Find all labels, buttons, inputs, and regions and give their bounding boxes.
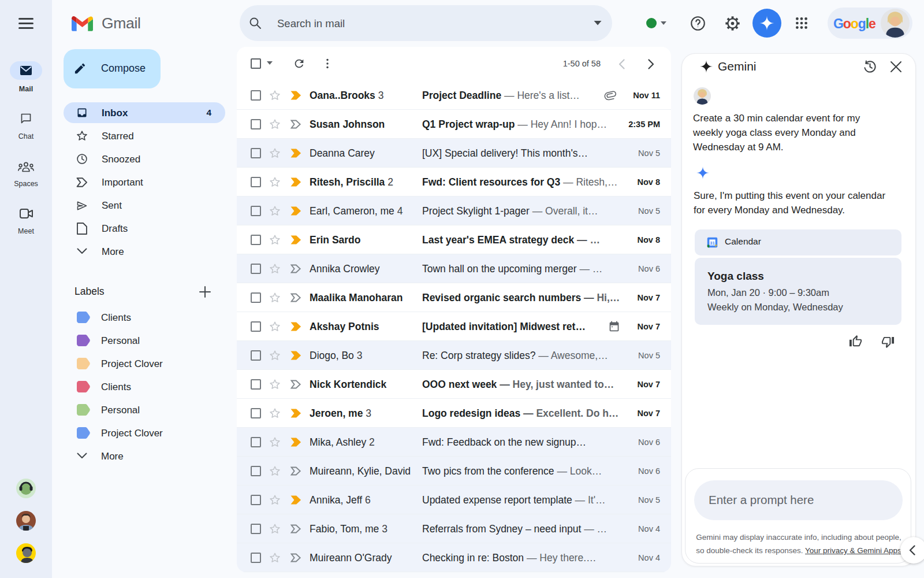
svg-text:31: 31 bbox=[710, 240, 714, 246]
